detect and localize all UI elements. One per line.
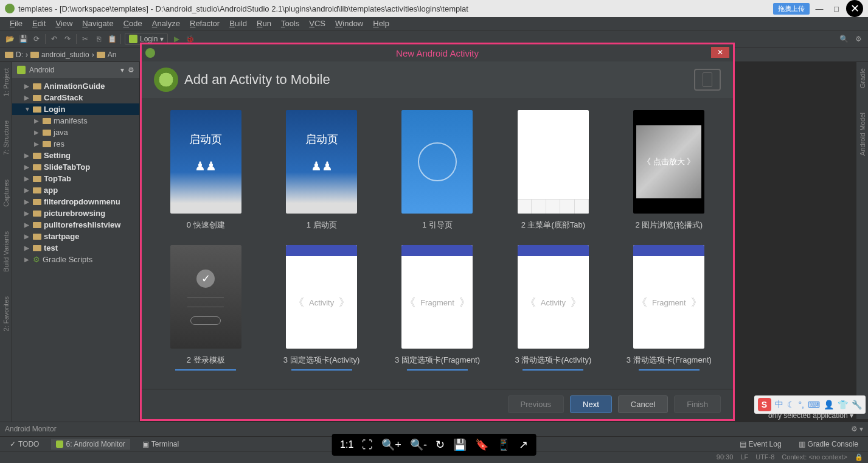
line-ending[interactable]: LF — [740, 453, 748, 461]
menu-build[interactable]: Build — [224, 18, 252, 29]
tree-item-java[interactable]: ▶java — [12, 127, 139, 138]
project-header[interactable]: Android ▾ ⚙ — [12, 62, 139, 78]
phone-icon[interactable]: 📱 — [497, 438, 510, 451]
strip----structure[interactable]: 7: Structure — [2, 120, 10, 155]
template-card[interactable]: 《 Fragment 》3 滑动选项卡(Fragment) — [623, 245, 715, 371]
bookmark-icon[interactable]: 🔖 — [475, 438, 488, 451]
gear-icon[interactable]: ⚙ ▾ — [851, 425, 863, 433]
ime-moon-icon[interactable]: ☾ — [787, 400, 795, 409]
android-studio-icon — [145, 48, 155, 58]
menu-window[interactable]: Window — [330, 18, 368, 29]
tree-item-test[interactable]: ▶test — [12, 242, 139, 254]
settings-icon[interactable]: ⚙ — [853, 34, 863, 44]
template-card[interactable]: 《 Activity 》3 滑动选项卡(Activity) — [507, 245, 599, 371]
ime-shirt-icon[interactable]: 👕 — [838, 400, 848, 409]
paste-icon[interactable]: 📋 — [107, 34, 117, 44]
strip----project[interactable]: 1: Project — [2, 68, 10, 96]
template-card[interactable]: 2 主菜单(底部Tab) — [507, 110, 599, 231]
template-card[interactable]: 《 Activity 》3 固定选项卡(Activity) — [276, 245, 367, 371]
redo-icon[interactable]: ↷ — [63, 34, 72, 44]
copy-icon[interactable]: ⎘ — [94, 34, 103, 44]
tree-item-res[interactable]: ▶res — [12, 138, 139, 150]
strip-captures[interactable]: Captures — [2, 179, 10, 207]
device-icon — [694, 69, 721, 91]
menu-edit[interactable]: Edit — [27, 18, 50, 29]
template-grid: 启动页♟♟0 快速创建启动页♟♟1 启动页1 引导页2 主菜单(底部Tab)《 … — [160, 110, 715, 371]
tree-item-app[interactable]: ▶app — [12, 184, 139, 196]
strip-gradle[interactable]: Gradle — [859, 68, 866, 88]
menu-view[interactable]: View — [50, 18, 77, 29]
minimize-button[interactable]: — — [812, 2, 827, 15]
ime-wrench-icon[interactable]: 🔧 — [852, 400, 862, 409]
tree-item-slidetabtop[interactable]: ▶SlideTabTop — [12, 161, 139, 173]
tree-item-pulltorefreshlistview[interactable]: ▶pulltorefreshlistview — [12, 219, 139, 231]
tree-item-setting[interactable]: ▶Setting — [12, 150, 139, 161]
rotate-icon[interactable]: ↻ — [436, 438, 445, 451]
cut-icon[interactable]: ✂ — [80, 34, 90, 44]
share-icon[interactable]: ↗ — [519, 438, 528, 451]
tree-item-toptab[interactable]: ▶TopTab — [12, 173, 139, 184]
android-monitor-tab[interactable]: 6: Android Monitor — [51, 439, 130, 450]
cancel-button[interactable]: Cancel — [618, 395, 668, 413]
menu-code[interactable]: Code — [119, 18, 147, 29]
tree-item-login[interactable]: ▼Login — [12, 103, 139, 115]
template-card[interactable]: 启动页♟♟0 快速创建 — [160, 110, 251, 231]
template-card[interactable]: 《 点击放大 》2 图片浏览(轮播式) — [623, 110, 715, 231]
terminal-tab[interactable]: ▣ Terminal — [137, 439, 184, 450]
tree-item-filterdropdownmenu[interactable]: ▶filterdropdownmenu — [12, 196, 139, 207]
template-card[interactable]: ✓2 登录模板 — [160, 245, 251, 371]
gradle-console-tab[interactable]: ▥ Gradle Console — [794, 439, 863, 450]
sogou-icon[interactable]: S — [758, 398, 771, 411]
template-card[interactable]: 《 Fragment 》3 固定选项卡(Fragment) — [392, 245, 483, 371]
ime-person-icon[interactable]: 👤 — [824, 400, 834, 409]
next-button[interactable]: Next — [570, 395, 612, 413]
save-icon[interactable]: 💾 — [18, 34, 28, 44]
strip-android-model[interactable]: Android Model — [859, 113, 866, 156]
zoom-out-icon[interactable]: 🔍- — [410, 438, 427, 451]
save-icon[interactable]: 💾 — [453, 438, 467, 451]
breadcrumb-item[interactable]: An — [97, 50, 117, 59]
fit-icon[interactable]: ⛶ — [362, 439, 373, 451]
sync-icon[interactable]: ⟳ — [32, 34, 41, 44]
menu-vcs[interactable]: VCS — [304, 18, 330, 29]
breadcrumb-item[interactable]: D: — [5, 50, 23, 59]
breadcrumb-item[interactable]: android_studio — [30, 50, 89, 59]
tree-item-manifests[interactable]: ▶manifests — [12, 115, 139, 127]
template-card[interactable]: 1 引导页 — [392, 110, 483, 231]
menu-help[interactable]: Help — [368, 18, 394, 29]
close-button[interactable]: ✕ — [846, 0, 863, 17]
tree-item-gradle scripts[interactable]: ▶⚙Gradle Scripts — [12, 254, 139, 265]
lock-icon[interactable]: 🔒 — [855, 453, 863, 461]
menu-tools[interactable]: Tools — [276, 18, 304, 29]
open-icon[interactable]: 📂 — [5, 34, 15, 44]
menu-analyze[interactable]: Analyze — [147, 18, 185, 29]
event-log-tab[interactable]: ▤ Event Log — [735, 439, 786, 450]
selection-underline — [291, 369, 352, 371]
ime-punct-icon[interactable]: °, — [799, 400, 805, 409]
search-icon[interactable]: 🔍 — [839, 34, 849, 44]
menu-refactor[interactable]: Refactor — [185, 18, 224, 29]
menu-file[interactable]: File — [5, 18, 27, 29]
tree-item-picturebrowsing[interactable]: ▶picturebrowsing — [12, 207, 139, 219]
finish-button[interactable]: Finish — [674, 395, 721, 413]
menu-run[interactable]: Run — [252, 18, 276, 29]
undo-icon[interactable]: ↶ — [49, 34, 59, 44]
ime-lang[interactable]: 中 — [775, 399, 783, 410]
tree-item-animationguide[interactable]: ▶AnimationGuide — [12, 80, 139, 92]
ime-keyboard-icon[interactable]: ⌨ — [808, 400, 820, 409]
maximize-button[interactable]: □ — [829, 2, 844, 15]
previous-button[interactable]: Previous — [508, 395, 564, 413]
context-label[interactable]: Context: <no context> — [782, 453, 847, 461]
gear-icon[interactable]: ⚙ — [128, 66, 134, 74]
file-encoding[interactable]: UTF-8 — [755, 453, 774, 461]
template-card[interactable]: 启动页♟♟1 启动页 — [276, 110, 367, 231]
menu-navigate[interactable]: Navigate — [77, 18, 118, 29]
todo-tab[interactable]: ✓ TODO — [5, 439, 44, 450]
upload-tag[interactable]: 拖拽上传 — [773, 3, 810, 15]
strip----favorites[interactable]: 2: Favorites — [2, 296, 10, 331]
zoom-in-icon[interactable]: 🔍+ — [381, 438, 401, 451]
strip-build-variants[interactable]: Build Variants — [2, 231, 10, 272]
dialog-close-button[interactable]: ✕ — [711, 47, 729, 58]
tree-item-cardstack[interactable]: ▶CardStack — [12, 92, 139, 103]
tree-item-startpage[interactable]: ▶startpage — [12, 231, 139, 242]
